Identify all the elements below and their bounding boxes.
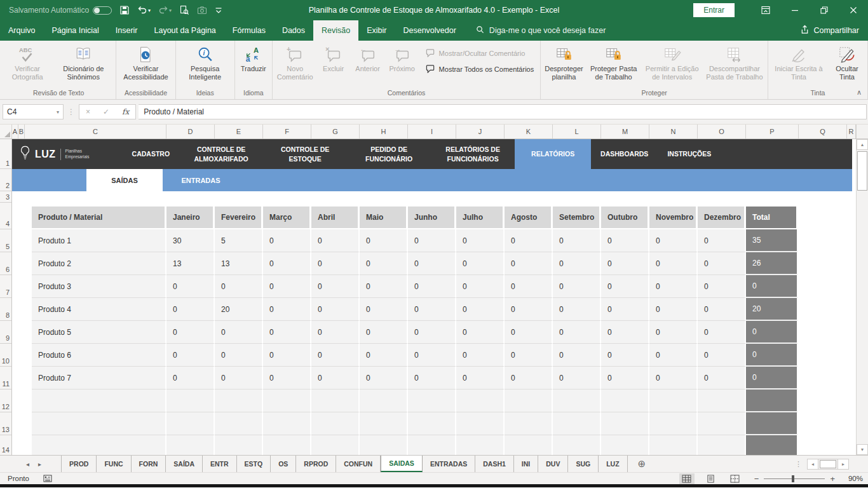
total-cell[interactable] bbox=[746, 390, 798, 412]
month-header-cell[interactable]: Novembro bbox=[649, 207, 698, 228]
nav-item-dashboards[interactable]: DASHBOARDS bbox=[591, 139, 658, 169]
horizontal-scrollbar[interactable]: ◂ ▸ bbox=[807, 459, 849, 470]
value-cell[interactable]: 0 bbox=[408, 275, 456, 298]
column-header-e[interactable]: E bbox=[215, 125, 263, 139]
row-header-5[interactable]: 5 bbox=[0, 229, 11, 252]
value-cell[interactable] bbox=[649, 435, 698, 455]
traduzir-button[interactable]: AaTraduzir bbox=[236, 41, 271, 88]
column-header-b[interactable]: B bbox=[18, 125, 25, 139]
product-header-cell[interactable]: Produto / Material bbox=[32, 207, 166, 228]
month-header-cell[interactable]: Janeiro bbox=[166, 207, 215, 228]
value-cell[interactable]: 0 bbox=[263, 298, 311, 321]
scroll-down-icon[interactable]: ▾ bbox=[857, 444, 868, 455]
sheet-tab-entradas[interactable]: ENTRADAS bbox=[423, 456, 475, 472]
total-cell[interactable]: 26 bbox=[746, 252, 798, 275]
value-cell[interactable]: 0 bbox=[553, 367, 601, 390]
value-cell[interactable] bbox=[601, 412, 649, 435]
menu-tab-layout-da-pagina[interactable]: Layout da Página bbox=[146, 20, 224, 41]
sheet-tab-rprod[interactable]: RPROD bbox=[296, 456, 336, 472]
product-cell[interactable]: Produto 5 bbox=[32, 321, 166, 344]
formula-input[interactable]: Produto / Material bbox=[139, 104, 867, 119]
month-header-cell[interactable]: Março bbox=[263, 207, 311, 228]
column-header-p[interactable]: P bbox=[746, 125, 799, 139]
value-cell[interactable]: 0 bbox=[553, 275, 601, 298]
value-cell[interactable]: 30 bbox=[166, 229, 215, 252]
scroll-up-icon[interactable]: ▴ bbox=[857, 139, 868, 150]
month-header-cell[interactable]: Julho bbox=[456, 207, 505, 228]
value-cell[interactable] bbox=[166, 435, 215, 455]
column-header-q[interactable]: Q bbox=[799, 125, 847, 139]
value-cell[interactable]: 0 bbox=[311, 298, 360, 321]
total-cell[interactable]: 0 bbox=[746, 367, 798, 390]
row-header-7[interactable]: 7 bbox=[0, 275, 11, 298]
autosave-toggle-pill[interactable] bbox=[93, 6, 112, 15]
value-cell[interactable]: 0 bbox=[408, 367, 456, 390]
sheet-tab-forn[interactable]: FORN bbox=[132, 456, 166, 472]
sheet-tab-confun[interactable]: CONFUN bbox=[336, 456, 381, 472]
ribbon-display-options-icon[interactable] bbox=[751, 0, 780, 20]
menu-tab-desenvolvedor[interactable]: Desenvolvedor bbox=[395, 20, 464, 41]
verificar-acessibilidade-button[interactable]: Verificar Acessibilidade bbox=[118, 41, 173, 88]
nav-item-relatorios-de-funcionarios[interactable]: RELATÓRIOS DE FUNCIONÁRIOS bbox=[431, 139, 515, 169]
value-cell[interactable]: 0 bbox=[360, 229, 408, 252]
value-cell[interactable]: 0 bbox=[601, 321, 649, 344]
value-cell[interactable]: 0 bbox=[649, 275, 698, 298]
value-cell[interactable]: 0 bbox=[601, 344, 649, 367]
row-header-9[interactable]: 9 bbox=[0, 321, 11, 344]
column-header-n[interactable]: N bbox=[649, 125, 698, 139]
column-header-l[interactable]: L bbox=[553, 125, 601, 139]
value-cell[interactable]: 0 bbox=[166, 275, 215, 298]
sheetbar-resize-dots[interactable]: ⋮ bbox=[795, 460, 802, 468]
value-cell[interactable]: 0 bbox=[166, 298, 215, 321]
close-icon[interactable] bbox=[839, 0, 868, 20]
row-header-11[interactable]: 11 bbox=[0, 367, 11, 390]
total-cell[interactable] bbox=[746, 435, 798, 455]
value-cell[interactable] bbox=[263, 390, 311, 412]
share-button[interactable]: Compartilhar bbox=[800, 20, 859, 41]
product-cell[interactable] bbox=[32, 390, 166, 412]
value-cell[interactable]: 0 bbox=[505, 252, 553, 275]
value-cell[interactable] bbox=[360, 412, 408, 435]
row-header-3[interactable]: 3 bbox=[0, 191, 11, 203]
nav-item-controle-de-estoque[interactable]: CONTROLE DE ESTOQUE bbox=[263, 139, 347, 169]
value-cell[interactable]: 0 bbox=[311, 275, 360, 298]
value-cell[interactable] bbox=[649, 412, 698, 435]
column-header-g[interactable]: G bbox=[311, 125, 360, 139]
value-cell[interactable] bbox=[311, 390, 360, 412]
value-cell[interactable]: 0 bbox=[166, 367, 215, 390]
column-header-m[interactable]: M bbox=[601, 125, 649, 139]
zoom-out-icon[interactable]: − bbox=[754, 474, 759, 484]
value-cell[interactable]: 0 bbox=[456, 229, 505, 252]
value-cell[interactable]: 0 bbox=[360, 252, 408, 275]
value-cell[interactable] bbox=[408, 412, 456, 435]
value-cell[interactable]: 0 bbox=[263, 344, 311, 367]
value-cell[interactable]: 0 bbox=[360, 344, 408, 367]
row-header-2[interactable]: 2 bbox=[0, 169, 11, 191]
value-cell[interactable]: 0 bbox=[505, 229, 553, 252]
row-header-4[interactable]: 4 bbox=[0, 203, 11, 229]
value-cell[interactable]: 0 bbox=[698, 298, 746, 321]
row-header-6[interactable]: 6 bbox=[0, 252, 11, 275]
value-cell[interactable] bbox=[698, 390, 746, 412]
page-break-view-icon[interactable] bbox=[728, 473, 743, 484]
value-cell[interactable]: 0 bbox=[553, 229, 601, 252]
nav-item-instrucoes[interactable]: INSTRUÇÕES bbox=[658, 139, 721, 169]
name-box[interactable]: C4 ▾ bbox=[3, 104, 64, 119]
column-header-o[interactable]: O bbox=[698, 125, 746, 139]
value-cell[interactable]: 0 bbox=[215, 321, 263, 344]
value-cell[interactable]: 0 bbox=[311, 344, 360, 367]
autosave-toggle[interactable]: Salvamento Automático bbox=[9, 6, 112, 15]
zoom-level[interactable]: 90% bbox=[841, 475, 863, 482]
print-preview-icon[interactable] bbox=[178, 3, 191, 17]
menu-tab-formulas[interactable]: Fórmulas bbox=[224, 20, 274, 41]
total-cell[interactable]: 20 bbox=[746, 298, 798, 321]
proteger-pasta-de-trabalho-button[interactable]: Proteger Pasta de Trabalho bbox=[586, 41, 642, 88]
value-cell[interactable]: 0 bbox=[601, 367, 649, 390]
menu-tab-dados[interactable]: Dados bbox=[274, 20, 313, 41]
sheet-tab-prod[interactable]: PROD bbox=[61, 456, 97, 472]
sheet-scroll-right-icon[interactable]: ▸ bbox=[34, 461, 46, 468]
row-header-1[interactable]: 1 bbox=[0, 139, 11, 169]
value-cell[interactable] bbox=[601, 435, 649, 455]
value-cell[interactable] bbox=[698, 435, 746, 455]
total-header-cell[interactable]: Total bbox=[746, 207, 798, 228]
